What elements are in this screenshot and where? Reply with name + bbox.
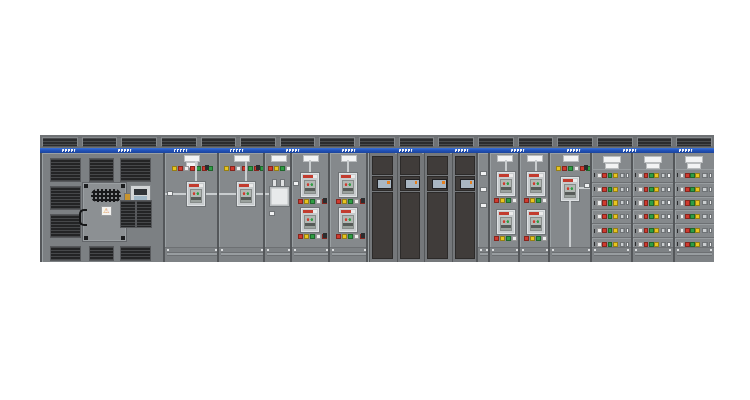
mcc-drawer[interactable]	[592, 183, 631, 197]
indicator-light	[316, 234, 321, 239]
cabinet-door[interactable]	[372, 192, 393, 259]
reset-button[interactable]	[594, 187, 595, 191]
drawer-handle[interactable]	[661, 173, 666, 178]
mcc-drawer[interactable]	[675, 210, 714, 224]
air-circuit-breaker[interactable]	[526, 209, 546, 235]
hmi-panel[interactable]	[400, 176, 421, 191]
indicator-light	[354, 199, 359, 204]
reset-button[interactable]	[635, 215, 636, 219]
air-circuit-breaker[interactable]	[186, 181, 206, 207]
reset-button[interactable]	[594, 229, 595, 233]
drawer-handle[interactable]	[620, 228, 625, 233]
reset-button[interactable]	[594, 173, 595, 177]
mcc-drawer[interactable]	[675, 169, 714, 183]
mcc-drawer[interactable]	[675, 224, 714, 238]
reset-button[interactable]	[677, 173, 678, 177]
cabinet-door[interactable]	[455, 156, 476, 175]
indicator-light	[638, 200, 643, 205]
mcc-drawer[interactable]	[633, 210, 672, 224]
mcc-drawer[interactable]	[633, 197, 672, 211]
control-switch[interactable]	[323, 198, 327, 203]
control-switch[interactable]	[584, 165, 588, 170]
cabinet-door[interactable]	[372, 156, 393, 175]
door-latch[interactable]	[84, 236, 88, 240]
drawer-handle[interactable]	[702, 187, 707, 192]
feeder-panel-2	[217, 153, 265, 262]
mcc-drawer[interactable]	[675, 183, 714, 197]
control-switch[interactable]	[256, 165, 260, 170]
control-switch[interactable]	[361, 198, 365, 203]
mcc-drawer[interactable]	[633, 224, 672, 238]
drive-cabinet	[424, 153, 450, 262]
reset-button[interactable]	[594, 201, 595, 205]
reset-button[interactable]	[594, 242, 595, 246]
drawer-handle[interactable]	[620, 200, 625, 205]
drawer-handle[interactable]	[702, 214, 707, 219]
drawer-handle[interactable]	[661, 228, 666, 233]
air-circuit-breaker[interactable]	[300, 207, 320, 233]
control-switch[interactable]	[323, 233, 327, 238]
air-circuit-breaker[interactable]	[496, 171, 516, 197]
mcc-drawer[interactable]	[592, 224, 631, 238]
drawer-handle[interactable]	[661, 187, 666, 192]
reset-button[interactable]	[677, 187, 678, 191]
drawer-handle[interactable]	[661, 214, 666, 219]
mcc-drawer[interactable]	[592, 169, 631, 183]
indicator-light	[649, 200, 654, 205]
hmi-button[interactable]	[442, 181, 445, 184]
hmi-button[interactable]	[470, 181, 473, 184]
test-connector-block[interactable]	[91, 189, 121, 202]
drawer-handle[interactable]	[702, 173, 707, 178]
air-circuit-breaker[interactable]	[560, 176, 580, 202]
indicator-light	[608, 173, 613, 178]
door-handle[interactable]	[79, 209, 87, 226]
reset-button[interactable]	[594, 215, 595, 219]
reset-button[interactable]	[677, 215, 678, 219]
cabinet-door[interactable]	[400, 156, 421, 175]
air-circuit-breaker[interactable]	[236, 181, 256, 207]
reset-button[interactable]	[635, 201, 636, 205]
cabinet-door[interactable]	[427, 156, 448, 175]
unit-label	[667, 187, 670, 192]
mcc-drawer[interactable]	[592, 210, 631, 224]
door-latch[interactable]	[121, 184, 125, 188]
control-switch[interactable]	[205, 165, 209, 170]
reset-button[interactable]	[677, 229, 678, 233]
hmi-panel[interactable]	[372, 176, 393, 191]
reset-button[interactable]	[677, 201, 678, 205]
control-switch[interactable]	[361, 233, 365, 238]
drawer-handle[interactable]	[620, 173, 625, 178]
mcc-drawer[interactable]	[592, 197, 631, 211]
air-circuit-breaker[interactable]	[338, 172, 358, 198]
hmi-panel[interactable]	[455, 176, 476, 191]
reset-button[interactable]	[635, 187, 636, 191]
air-circuit-breaker[interactable]	[496, 209, 516, 235]
hmi-panel[interactable]	[427, 176, 448, 191]
drawer-handle[interactable]	[620, 187, 625, 192]
door-latch[interactable]	[84, 184, 88, 188]
hmi-button[interactable]	[415, 181, 418, 184]
mcc-drawer[interactable]	[675, 197, 714, 211]
cabinet-door[interactable]	[400, 192, 421, 259]
drawer-handle[interactable]	[620, 214, 625, 219]
door-latch[interactable]	[121, 236, 125, 240]
kick-plate	[592, 247, 631, 262]
mcc-drawer[interactable]	[633, 169, 672, 183]
withdrawable-unit[interactable]	[269, 186, 290, 207]
reset-button[interactable]	[677, 242, 678, 246]
cabinet-door[interactable]	[427, 192, 448, 259]
reset-button[interactable]	[635, 229, 636, 233]
reset-button[interactable]	[635, 242, 636, 246]
drawer-handle[interactable]	[702, 200, 707, 205]
air-circuit-breaker[interactable]	[338, 207, 358, 233]
cabinet-door[interactable]	[455, 192, 476, 259]
drawer-handle[interactable]	[702, 228, 707, 233]
air-circuit-breaker[interactable]	[526, 171, 546, 197]
drawer-handle[interactable]	[661, 200, 666, 205]
mcc-drawer[interactable]	[633, 183, 672, 197]
brand-logo	[174, 149, 188, 152]
reset-button[interactable]	[635, 173, 636, 177]
air-circuit-breaker[interactable]	[300, 172, 320, 198]
hmi-button[interactable]	[387, 181, 390, 184]
nameplate	[603, 156, 621, 163]
